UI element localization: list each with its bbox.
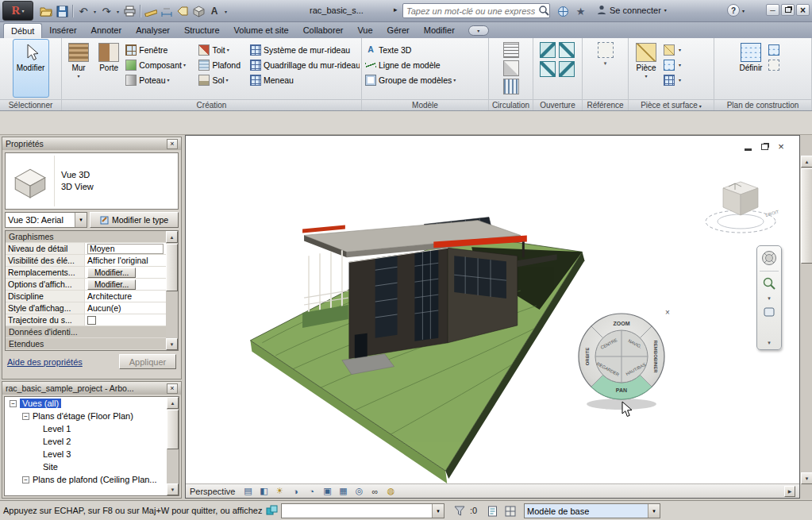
wheel-close-icon[interactable]: ×	[665, 308, 670, 317]
pan-tool-icon[interactable]	[762, 306, 776, 318]
property-row[interactable]: Remplacements... Modifier...	[6, 267, 178, 279]
undo-icon[interactable]: ↶	[75, 3, 91, 19]
search-input[interactable]	[403, 6, 538, 16]
print-icon[interactable]	[121, 3, 137, 19]
maximize-button[interactable]	[781, 4, 795, 16]
favorites-star-icon[interactable]: ★	[573, 4, 588, 18]
tree-item-floor-plans[interactable]: − Plans d'étage (Floor Plan)	[5, 410, 179, 422]
zoom-dropdown-icon[interactable]: ▾	[768, 295, 771, 302]
search-icon[interactable]	[538, 5, 549, 17]
collapse-icon[interactable]: −	[22, 413, 29, 420]
type-selector[interactable]: Vue 3D 3D View	[5, 152, 179, 210]
communication-center-icon[interactable]	[556, 4, 571, 18]
properties-help-link[interactable]: Aide des propriétés	[7, 357, 83, 367]
tree-item-level-2[interactable]: Level 2	[5, 435, 179, 448]
workplane-viewer-button[interactable]	[767, 57, 791, 72]
set-workplane-button[interactable]: Définir	[735, 39, 767, 98]
wheel-orbit-label[interactable]: ORBITE	[585, 348, 590, 366]
reveal-hidden-icon[interactable]: ◍	[384, 485, 397, 497]
worksets-combo[interactable]: ▾	[281, 503, 444, 518]
drawing-area[interactable]: × DROITE ▾	[185, 135, 800, 499]
chevron-down-icon[interactable]: ▾	[432, 504, 444, 518]
wheel-pan-label[interactable]: PAN	[616, 387, 627, 393]
view-minimize-button[interactable]	[742, 141, 753, 152]
door-button[interactable]: Porte	[94, 39, 124, 98]
worksets-icon[interactable]	[265, 504, 279, 518]
tree-item-site[interactable]: Site	[5, 460, 179, 473]
property-row[interactable]: Visibilité des élé... Afficher l'origina…	[6, 255, 178, 267]
tab-debut[interactable]: Début	[3, 23, 42, 38]
railing-icon[interactable]	[503, 79, 519, 94]
recent-documents-arrow-icon[interactable]: ▸	[394, 6, 398, 13]
minimize-button[interactable]: ─	[766, 4, 779, 16]
area-button[interactable]: ▾	[662, 57, 706, 72]
visual-style-icon[interactable]: ◧	[257, 485, 270, 497]
close-icon[interactable]: ×	[167, 383, 178, 394]
chevron-down-icon[interactable]: ▾	[604, 60, 607, 67]
chevron-down-icon[interactable]: ▾	[648, 504, 660, 518]
ribbon-cycle-button[interactable]: ▾	[468, 25, 489, 36]
hscroll-right-button[interactable]: ▶	[784, 486, 795, 497]
roof-button[interactable]: Toit▾	[197, 42, 248, 57]
editable-only-icon[interactable]	[486, 504, 499, 518]
collapse-icon[interactable]: −	[10, 400, 17, 407]
model-line-button[interactable]: Ligne de modèle	[364, 57, 487, 72]
viewcube[interactable]: DROITE	[702, 171, 779, 239]
browser-scrollbar[interactable]: ▲ ▼	[167, 397, 179, 495]
lock-view-icon[interactable]: ◎	[352, 485, 365, 497]
tag-room-button[interactable]: ▾	[662, 72, 706, 87]
edit-button[interactable]: Modifier...	[87, 279, 136, 290]
tab-vue[interactable]: Vue	[350, 23, 379, 38]
property-row[interactable]: Style d'affichag... Aucun(e)	[6, 302, 178, 314]
modify-button[interactable]: Modifier	[13, 39, 49, 98]
temporary-hide-icon[interactable]: ∞	[368, 485, 381, 497]
tree-item-ceiling-plans[interactable]: − Plans de plafond (Ceiling Plan...	[5, 473, 179, 486]
model-group-button[interactable]: Groupe de modèles▾	[364, 72, 487, 87]
curtain-grid-button[interactable]: Quadrillage du mur-rideau	[248, 57, 360, 72]
open-icon[interactable]	[38, 3, 54, 19]
tab-analyser[interactable]: Analyser	[129, 23, 177, 38]
tree-item-level-1[interactable]: Level 1	[5, 422, 179, 435]
view-close-button[interactable]: ×	[775, 141, 787, 152]
application-menu-button[interactable]: R ▾	[2, 1, 33, 21]
undo-dropdown-icon[interactable]: ▾	[91, 9, 98, 14]
ceiling-button[interactable]: Plafond	[197, 57, 248, 72]
stairs-icon[interactable]	[503, 42, 519, 58]
redo-dropdown-icon[interactable]: ▾	[114, 9, 121, 14]
tab-annoter[interactable]: Annoter	[84, 23, 129, 38]
tab-modifier[interactable]: Modifier	[417, 23, 462, 38]
apply-button[interactable]: Appliquer	[119, 354, 176, 369]
show-crop-icon[interactable]: ▦	[337, 485, 349, 497]
detail-level-icon[interactable]: ▤	[241, 485, 254, 497]
tab-structure[interactable]: Structure	[177, 23, 227, 38]
navbar-dropdown-icon[interactable]: ▾	[768, 340, 771, 346]
wall-opening-icon[interactable]	[540, 42, 556, 58]
show-workplane-button[interactable]	[767, 42, 791, 57]
crop-view-icon[interactable]: ▣	[321, 485, 333, 497]
property-row[interactable]: Discipline Architecture	[6, 291, 178, 302]
view-type-combo[interactable]: Vue 3D: Aerial ▾	[5, 212, 87, 228]
view-restore-button[interactable]	[759, 141, 770, 152]
window-button[interactable]: Fenêtre	[124, 42, 197, 57]
wheel-zoom-label[interactable]: ZOOM	[614, 321, 630, 326]
redo-icon[interactable]: ↷	[98, 3, 114, 19]
property-section[interactable]: Graphismes	[6, 231, 178, 243]
edit-button[interactable]: Modifier...	[87, 268, 136, 278]
shaft-opening-icon[interactable]	[559, 42, 575, 58]
zoom-tool-icon[interactable]	[762, 276, 776, 291]
tab-gerer[interactable]: Gérer	[380, 23, 417, 38]
property-section[interactable]: Etendues	[6, 338, 178, 350]
tab-volume-et-site[interactable]: Volume et site	[227, 23, 296, 38]
checkbox[interactable]	[87, 316, 96, 325]
shadows-icon[interactable]: ◑	[289, 485, 302, 497]
panel-label-piece-surface[interactable]: Pièce et surface▾	[629, 99, 714, 110]
viewport-scrollbar[interactable]: ▲ ▼	[801, 135, 812, 499]
reference-plane-icon[interactable]	[598, 42, 614, 58]
design-options-icon[interactable]	[503, 504, 517, 518]
wheel-rewind-label[interactable]: REMBOBINER	[653, 340, 658, 373]
properties-titlebar[interactable]: Propriétés ×	[2, 137, 181, 150]
ramp-icon[interactable]	[503, 60, 519, 76]
text-icon[interactable]: A	[206, 3, 222, 19]
vertical-opening-icon[interactable]	[540, 61, 556, 77]
properties-scrollbar[interactable]: ▲ ▼	[166, 231, 178, 350]
